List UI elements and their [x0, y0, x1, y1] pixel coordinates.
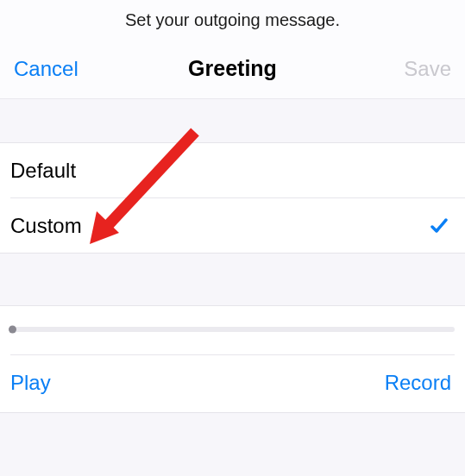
playback-controls: Play Record [0, 355, 465, 412]
instruction-text: Set your outgoing message. [0, 0, 465, 47]
progress-track[interactable] [10, 327, 455, 332]
section-gap [0, 254, 465, 305]
option-custom-label: Custom [10, 214, 82, 238]
page-title: Greeting [188, 56, 277, 81]
save-button: Save [365, 57, 451, 81]
progress-thumb[interactable] [9, 326, 16, 334]
navigation-bar: Cancel Greeting Save [0, 47, 465, 99]
play-button[interactable]: Play [10, 371, 51, 395]
section-gap [0, 99, 465, 142]
record-button[interactable]: Record [385, 371, 451, 395]
checkmark-icon [429, 216, 449, 236]
option-custom[interactable]: Custom [0, 198, 465, 253]
greeting-options-list: Default Custom [0, 142, 465, 254]
progress-row [0, 306, 465, 354]
playback-panel: Play Record [0, 305, 465, 413]
option-default[interactable]: Default [0, 143, 465, 197]
cancel-button[interactable]: Cancel [14, 57, 100, 81]
option-default-label: Default [10, 159, 76, 183]
